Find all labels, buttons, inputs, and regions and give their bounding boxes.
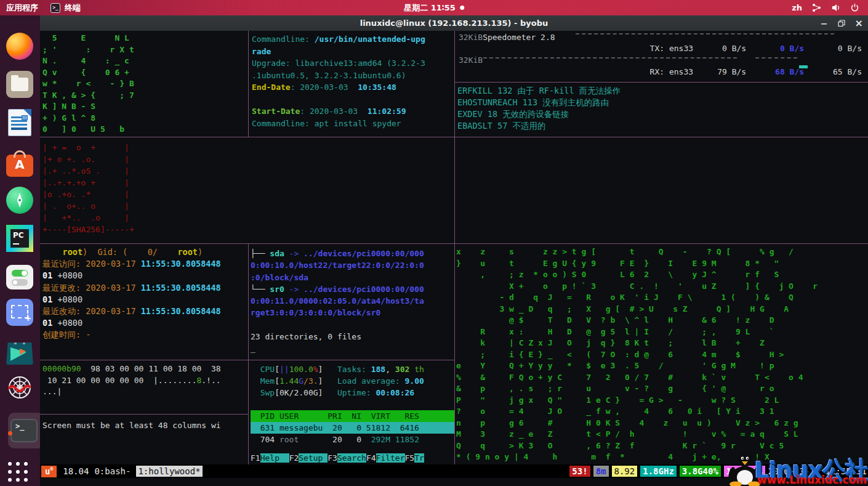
pane-htop[interactable]: CPU[||100.0%] Tasks: 188, 302 th Mem[1.4… xyxy=(251,363,454,464)
pane-screen-message[interactable]: Screen must be at least 48 columns wi xyxy=(42,421,247,430)
input-language-indicator[interactable]: zh xyxy=(792,3,802,12)
pane-divider xyxy=(40,243,868,244)
ubuntu-logo-badge: u® xyxy=(41,466,57,477)
htop-function-keys[interactable]: F1Help F2Setup F3SearchF4FilterF5Tr xyxy=(251,452,454,464)
buffer-size-label: 32KiB xyxy=(459,55,483,65)
htop-row[interactable]: 704 root 20 0 292M 11852 xyxy=(251,434,454,445)
applications-menu[interactable]: 应用程序 xyxy=(0,0,44,15)
dock-pycharm-icon[interactable]: PC xyxy=(6,225,34,253)
pane-divider xyxy=(248,243,249,465)
load-average-badge: 8.92 xyxy=(612,466,638,477)
dock-flight-app-icon[interactable] xyxy=(6,338,34,366)
dock-web-analyzer-icon[interactable] xyxy=(6,374,34,402)
tx-stats-row: TX: ens33 0 B/s 0 B/s 0 B/s xyxy=(650,44,862,53)
pane-file-stat[interactable]: root) Gid: ( 0/ root)最近访问: 2020-03-17 11… xyxy=(42,246,247,341)
dock-ubuntu-software-icon[interactable]: A xyxy=(6,150,34,177)
dock-libreoffice-writer-icon[interactable] xyxy=(6,109,34,137)
pane-divider xyxy=(248,31,249,137)
pane-hexdump[interactable]: 00000b90 98 03 00 00 11 00 18 00 38 10 2… xyxy=(42,363,247,398)
pane-divider xyxy=(454,82,868,83)
pane-divider xyxy=(40,137,868,137)
window-titlebar[interactable]: linuxidc@linux (192.168.213.135) - byobu… xyxy=(40,15,868,31)
power-icon[interactable] xyxy=(850,3,859,12)
volume-icon[interactable] xyxy=(831,3,840,12)
clock-label: 星期二 11∶55 xyxy=(404,2,456,14)
dock: A PC + >_ xyxy=(0,15,40,486)
pane-device-tree[interactable]: ├── sda -> ../devices/pci0000:00/0000:00… xyxy=(251,248,454,355)
notification-dot-icon xyxy=(460,6,464,10)
byobu-terminal-area: 5 E N L; ' : r X tN . 4 : _ cQ v { 0 6 +… xyxy=(40,31,868,486)
pane-char-rain-small[interactable]: 5 E N L; ' : r X tN . 4 : _ cQ v { 0 6 +… xyxy=(42,33,246,136)
pane-speedometer[interactable]: 32KiBSpeedometer 2.8 TX: ens33 0 B/s 0 B… xyxy=(456,31,868,82)
system-top-bar: 应用程序 >_ 终端 星期二 11∶55 zh xyxy=(0,0,868,15)
applications-menu-label: 应用程序 xyxy=(6,2,38,14)
pane-divider xyxy=(40,414,248,415)
dock-settings-icon[interactable] xyxy=(6,263,34,291)
status-datetime: 2020-03-17 11:55:31 xyxy=(768,466,868,476)
graph-line xyxy=(576,33,834,34)
terminal-mini-icon: >_ xyxy=(50,3,60,13)
disk-usage-badge: 118G28% xyxy=(724,466,765,477)
dock-screenshot-icon[interactable]: + xyxy=(6,299,34,326)
graph-line xyxy=(755,57,797,59)
terminal-window: linuxidc@linux (192.168.213.135) - byobu… xyxy=(40,15,868,486)
byobu-status-bar: u® 18.04 0:bash- 1:hollywood* 53! 8m 8.9… xyxy=(40,464,868,478)
dock-files-icon[interactable] xyxy=(6,71,34,99)
htop-selected-row[interactable]: 631 messagebu 20 0 51812 6416 xyxy=(251,422,454,434)
running-indicator-dot xyxy=(8,431,12,435)
pane-divider xyxy=(454,31,455,465)
ubuntu-version-label: 18.04 xyxy=(63,466,89,476)
pane-divider xyxy=(40,360,454,360)
active-app-menu[interactable]: >_ 终端 xyxy=(44,0,87,15)
window-tab-bash[interactable]: 0:bash- xyxy=(94,466,131,476)
screen-warning-text: Screen must be at least 48 columns wi xyxy=(42,421,247,430)
speedometer-title: Speedometer 2.8 xyxy=(483,33,555,42)
pane-char-rain-large[interactable]: x z s z z > t g [ t Q - ? Q [ % g /} u t… xyxy=(456,246,867,464)
graph-line xyxy=(483,57,737,59)
dock-app-grid-icon[interactable] xyxy=(6,460,34,486)
restore-button[interactable] xyxy=(838,20,845,27)
htop-meters: CPU[||100.0%] Tasks: 188, 302 th Mem[1.4… xyxy=(251,363,454,399)
pane-ssh-randomart[interactable]: | + = o + ||+ o +. .o. ||.+ ..*.oS . ||.… xyxy=(42,142,134,235)
memory-usage-badge: 3.8G40% xyxy=(680,466,721,477)
clock-menu[interactable]: 星期二 11∶55 xyxy=(404,2,464,14)
active-app-label: 终端 xyxy=(65,2,81,14)
pane-apt-history[interactable]: Commandline: /usr/bin/unattended-upgrade… xyxy=(252,33,454,129)
updates-badge: 53! xyxy=(569,466,590,477)
window-title: linuxidc@linux (192.168.213.135) - byobu xyxy=(360,18,549,28)
dock-terminal-icon[interactable]: >_ xyxy=(6,417,34,445)
buffer-size-label: 32KiB xyxy=(459,33,483,42)
pane-errno-list[interactable]: ERFKILL 132 由于 RF-kill 而无法操作EHOSTUNREACH… xyxy=(457,85,621,132)
minimize-button[interactable]: − xyxy=(821,19,828,28)
uptime-badge: 8m xyxy=(593,466,609,477)
cpu-frequency-badge: 1.8GHz xyxy=(640,466,677,477)
dock-firefox-icon[interactable] xyxy=(6,33,34,60)
htop-table-header: PID USER PRI NI VIRT RES xyxy=(251,410,454,422)
close-button[interactable]: × xyxy=(855,19,863,28)
network-icon[interactable] xyxy=(812,3,821,12)
window-tab-hollywood[interactable]: 1:hollywood* xyxy=(136,466,202,477)
rx-stats-row: RX: ens33 79 B/s 68 B/s 65 B/s xyxy=(650,67,862,76)
dock-android-studio-icon[interactable] xyxy=(6,187,34,214)
